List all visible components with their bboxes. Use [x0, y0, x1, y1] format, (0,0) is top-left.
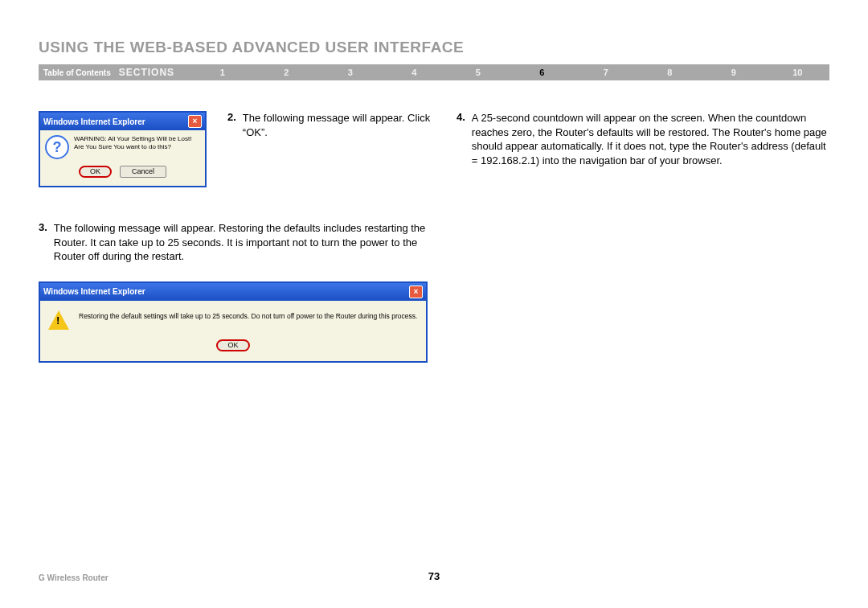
nav-num-2[interactable]: 2	[255, 68, 319, 77]
cancel-button[interactable]: Cancel	[120, 166, 166, 178]
nav-num-9[interactable]: 9	[702, 68, 766, 77]
dialog1-title: Windows Internet Explorer	[43, 117, 145, 126]
page-title: USING THE WEB-BASED ADVANCED USER INTERF…	[39, 39, 829, 56]
page-number: 73	[0, 570, 868, 582]
dialog1-msg-line2: Are You Sure You want to do this?	[74, 143, 191, 151]
close-icon[interactable]: ×	[188, 115, 202, 128]
dialog2-title: Windows Internet Explorer	[43, 287, 145, 296]
nav-num-4[interactable]: 4	[383, 68, 447, 77]
step2-number: 2.	[227, 111, 236, 123]
nav-num-6[interactable]: 6	[510, 68, 575, 77]
section-navbar: Table of Contents SECTIONS 1 2 3 4 5 6 7…	[39, 64, 829, 80]
warning-dialog-1: Windows Internet Explorer × ? WARNING: A…	[39, 111, 207, 187]
step3-number: 3.	[39, 221, 47, 233]
nav-num-5[interactable]: 5	[446, 68, 510, 77]
nav-num-1[interactable]: 1	[190, 68, 255, 77]
warning-icon	[48, 310, 69, 330]
nav-num-3[interactable]: 3	[318, 68, 383, 77]
nav-toc[interactable]: Table of Contents	[39, 68, 119, 77]
step4-text: A 25-second countdown will appear on the…	[472, 111, 829, 167]
step4-number: 4.	[457, 111, 465, 123]
nav-num-7[interactable]: 7	[574, 68, 638, 77]
step2-text: The following message will appear. Click…	[243, 111, 432, 139]
dialog1-msg-line1: WARNING: All Your Settings Will be Lost!	[74, 135, 191, 143]
step3-text: The following message will appear. Resto…	[54, 221, 432, 264]
ok-button[interactable]: OK	[216, 339, 249, 351]
dialog2-msg: Restoring the default settings will take…	[79, 309, 417, 320]
question-icon: ?	[45, 135, 69, 159]
nav-numbers: 1 2 3 4 5 6 7 8 9 10	[190, 68, 829, 77]
close-icon[interactable]: ×	[409, 286, 423, 298]
nav-sections-label: SECTIONS	[119, 67, 190, 78]
ok-button[interactable]: OK	[79, 166, 112, 178]
warning-dialog-2: Windows Internet Explorer × Restoring th…	[39, 281, 428, 363]
nav-num-8[interactable]: 8	[638, 68, 702, 77]
nav-num-10[interactable]: 10	[766, 68, 830, 77]
